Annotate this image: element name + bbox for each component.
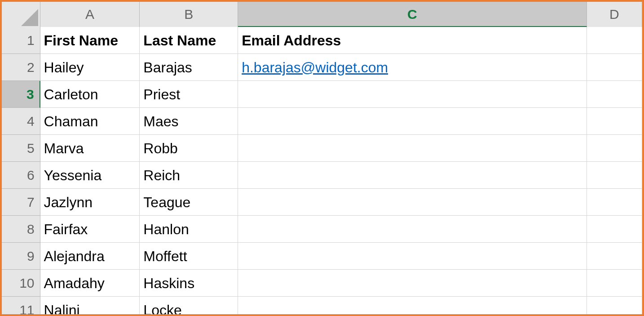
column-header-C[interactable]: C: [238, 2, 587, 27]
cell-B8[interactable]: Hanlon: [140, 216, 238, 243]
cell-D7[interactable]: [587, 189, 642, 216]
cell-B2[interactable]: Barajas: [140, 54, 238, 81]
grid-row: 1 First Name Last Name Email Address: [2, 27, 642, 54]
cell-B10[interactable]: Haskins: [140, 270, 238, 297]
cell-A1[interactable]: First Name: [40, 27, 140, 54]
cell-A3[interactable]: Carleton: [40, 81, 140, 108]
row-header-8[interactable]: 8: [2, 216, 40, 243]
cell-D8[interactable]: [587, 216, 642, 243]
cell-A7[interactable]: Jazlynn: [40, 189, 140, 216]
cell-D5[interactable]: [587, 135, 642, 162]
cell-A2[interactable]: Hailey: [40, 54, 140, 81]
cell-C5[interactable]: [238, 135, 587, 162]
cell-C10[interactable]: [238, 270, 587, 297]
row-header-5[interactable]: 5: [2, 135, 40, 162]
column-header-A[interactable]: A: [40, 2, 140, 27]
row-header-2[interactable]: 2: [2, 54, 40, 81]
row-header-1[interactable]: 1: [2, 27, 40, 54]
cell-C7[interactable]: [238, 189, 587, 216]
svg-marker-0: [21, 9, 38, 26]
cell-A9[interactable]: Alejandra: [40, 243, 140, 270]
cell-B6[interactable]: Reich: [140, 162, 238, 189]
cell-B3[interactable]: Priest: [140, 81, 238, 108]
cell-B1[interactable]: Last Name: [140, 27, 238, 54]
cell-A5[interactable]: Marva: [40, 135, 140, 162]
cell-B4[interactable]: Maes: [140, 108, 238, 135]
grid-row: 3 Carleton Priest: [2, 81, 642, 108]
row-header-7[interactable]: 7: [2, 189, 40, 216]
column-header-row: A B C D: [2, 2, 642, 27]
grid-row: 7 Jazlynn Teague: [2, 189, 642, 216]
cell-D3[interactable]: [587, 81, 642, 108]
cell-B5[interactable]: Robb: [140, 135, 238, 162]
cell-D6[interactable]: [587, 162, 642, 189]
row-header-3[interactable]: 3: [2, 81, 40, 108]
cell-A10[interactable]: Amadahy: [40, 270, 140, 297]
grid-row: 2 Hailey Barajas h.barajas@widget.com: [2, 54, 642, 81]
grid-row: 4 Chaman Maes: [2, 108, 642, 135]
cell-C4[interactable]: [238, 108, 587, 135]
row-header-9[interactable]: 9: [2, 243, 40, 270]
select-all-triangle-icon: [21, 9, 38, 26]
cell-A8[interactable]: Fairfax: [40, 216, 140, 243]
spreadsheet-viewport: A B C D 1 First Name Last Name Email Add…: [0, 0, 644, 316]
cell-D2[interactable]: [587, 54, 642, 81]
cell-D1[interactable]: [587, 27, 642, 54]
grid-row: 11 Nalini Locke: [2, 297, 642, 314]
cell-C9[interactable]: [238, 243, 587, 270]
cell-C11[interactable]: [238, 297, 587, 314]
cell-C2[interactable]: h.barajas@widget.com: [238, 54, 587, 81]
column-header-B[interactable]: B: [140, 2, 238, 27]
cell-D11[interactable]: [587, 297, 642, 314]
grid-body: 1 First Name Last Name Email Address 2 H…: [2, 27, 642, 314]
grid-row: 8 Fairfax Hanlon: [2, 216, 642, 243]
grid-row: 6 Yessenia Reich: [2, 162, 642, 189]
cell-D4[interactable]: [587, 108, 642, 135]
cell-B11[interactable]: Locke: [140, 297, 238, 314]
cell-B7[interactable]: Teague: [140, 189, 238, 216]
cell-D9[interactable]: [587, 243, 642, 270]
cell-A6[interactable]: Yessenia: [40, 162, 140, 189]
cell-A4[interactable]: Chaman: [40, 108, 140, 135]
cell-C6[interactable]: [238, 162, 587, 189]
grid-row: 10 Amadahy Haskins: [2, 270, 642, 297]
select-all-corner[interactable]: [2, 2, 40, 27]
grid-row: 5 Marva Robb: [2, 135, 642, 162]
cell-D10[interactable]: [587, 270, 642, 297]
column-header-D[interactable]: D: [587, 2, 642, 27]
row-header-10[interactable]: 10: [2, 270, 40, 297]
cell-C3[interactable]: [238, 81, 587, 108]
row-header-4[interactable]: 4: [2, 108, 40, 135]
cell-B9[interactable]: Moffett: [140, 243, 238, 270]
row-header-11[interactable]: 11: [2, 297, 40, 314]
cell-C8[interactable]: [238, 216, 587, 243]
row-header-6[interactable]: 6: [2, 162, 40, 189]
cell-C1[interactable]: Email Address: [238, 27, 587, 54]
cell-A11[interactable]: Nalini: [40, 297, 140, 314]
grid-row: 9 Alejandra Moffett: [2, 243, 642, 270]
